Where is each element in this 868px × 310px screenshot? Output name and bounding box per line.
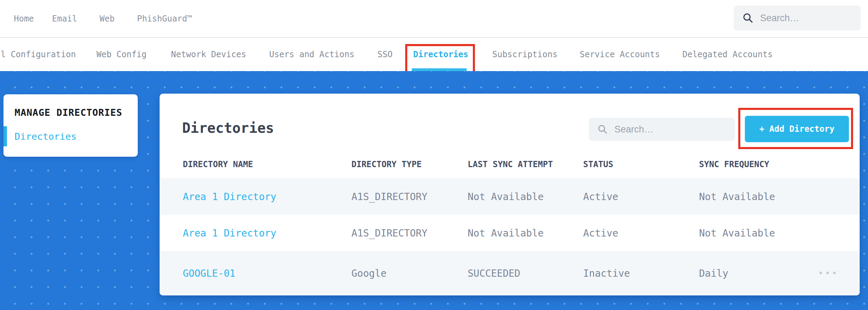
table-row: Area 1 Directory A1S_DIRECTORY Not Avail… xyxy=(160,215,860,251)
column-header-directory-name: DIRECTORY NAME xyxy=(183,160,253,169)
manage-directories-card: MANAGE DIRECTORIES Directories xyxy=(3,94,138,157)
directory-name-link[interactable]: Area 1 Directory xyxy=(183,191,276,202)
nav-email[interactable]: Email xyxy=(52,0,77,37)
directory-type-cell: A1S_DIRECTORY xyxy=(351,191,427,202)
nav-home[interactable]: Home xyxy=(14,0,34,37)
directory-type-cell: A1S_DIRECTORY xyxy=(351,227,427,239)
page-title: Directories xyxy=(182,120,274,136)
tab-service-accounts[interactable]: Service Accounts xyxy=(580,38,660,71)
directories-panel: Directories + Add Directory DIRECTORY NA… xyxy=(160,94,860,295)
sync-frequency-cell: Not Available xyxy=(699,191,775,202)
table-search-input[interactable] xyxy=(614,124,727,135)
directory-type-cell: Google xyxy=(351,268,386,279)
directory-name-link[interactable]: GOOGLE-01 xyxy=(183,268,236,279)
nav-web[interactable]: Web xyxy=(100,0,114,37)
tab-web-config[interactable]: Web Config xyxy=(96,38,147,71)
active-item-bar xyxy=(3,126,7,146)
status-cell: Inactive xyxy=(583,268,630,279)
column-header-sync-frequency: SYNC FREQUENCY xyxy=(699,160,769,169)
tab-network-devices[interactable]: Network Devices xyxy=(171,38,246,71)
card-heading: MANAGE DIRECTORIES xyxy=(15,107,122,118)
tab-sso[interactable]: SSO xyxy=(377,38,392,71)
table-row: GOOGLE-01 Google SUCCEEDED Inactive Dail… xyxy=(160,251,860,295)
sidebar-item-directories[interactable]: Directories xyxy=(15,131,77,142)
status-cell: Active xyxy=(583,227,618,239)
table-row: Area 1 Directory A1S_DIRECTORY Not Avail… xyxy=(160,178,860,215)
search-icon xyxy=(742,12,754,24)
column-header-directory-type: DIRECTORY TYPE xyxy=(351,160,422,169)
global-search[interactable] xyxy=(734,6,861,31)
table-search[interactable] xyxy=(589,118,735,141)
column-header-status: STATUS xyxy=(583,160,613,169)
last-sync-cell: Not Available xyxy=(468,227,544,239)
primary-nav: Home Email Web PhishGuard™ xyxy=(0,0,868,37)
last-sync-cell: SUCCEEDED xyxy=(468,268,520,279)
annotation-box-add-directory xyxy=(738,108,853,149)
tab-delegated-accounts[interactable]: Delegated Accounts xyxy=(682,38,773,71)
tab-subscriptions[interactable]: Subscriptions xyxy=(492,38,558,71)
workspace-background: MANAGE DIRECTORIES Directories Directori… xyxy=(0,71,868,310)
search-icon xyxy=(597,124,608,135)
tab-users-and-actions[interactable]: Users and Actions xyxy=(269,38,355,71)
last-sync-cell: Not Available xyxy=(468,191,544,202)
row-actions-menu-icon[interactable]: ••• xyxy=(818,268,839,278)
tab-email-configuration[interactable]: l Configuration xyxy=(1,38,76,71)
status-cell: Active xyxy=(583,191,618,202)
app-window: Home Email Web PhishGuard™ l Configurati… xyxy=(0,0,868,310)
directory-name-link[interactable]: Area 1 Directory xyxy=(183,227,276,239)
nav-phishguard[interactable]: PhishGuard™ xyxy=(137,0,192,37)
sync-frequency-cell: Not Available xyxy=(699,227,775,239)
column-header-last-sync: LAST SYNC ATTEMPT xyxy=(468,160,553,169)
global-search-input[interactable] xyxy=(760,13,852,24)
sync-frequency-cell: Daily xyxy=(699,268,728,279)
table-header-row: DIRECTORY NAME DIRECTORY TYPE LAST SYNC … xyxy=(160,160,860,178)
